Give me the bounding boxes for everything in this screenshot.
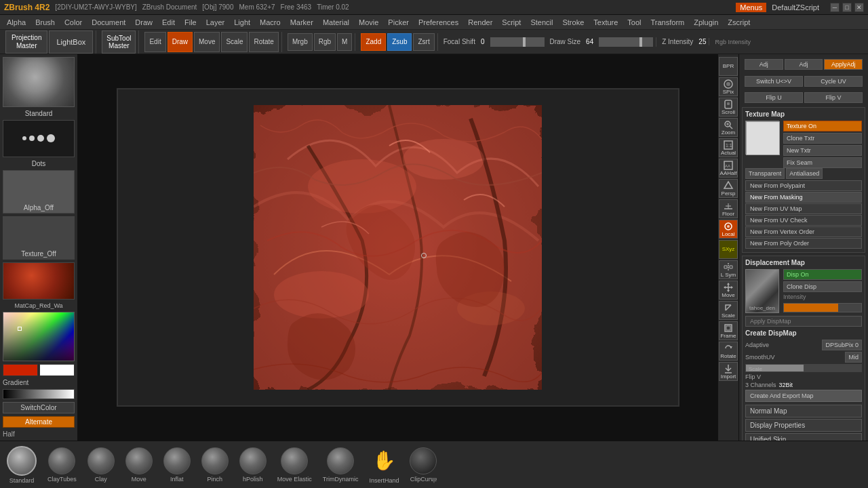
brush-clay[interactable]: Clay	[83, 446, 119, 484]
scale-rt-button[interactable]: Scale	[719, 301, 738, 320]
color-picker[interactable]	[3, 312, 75, 361]
close-button[interactable]: ✕	[854, 3, 864, 12]
subtool-master-button[interactable]: SubTool Master	[102, 30, 136, 54]
texture-on-button[interactable]: Texture On	[783, 121, 862, 131]
edit-button[interactable]: Edit	[144, 32, 165, 52]
zsub-button[interactable]: Zsub	[387, 33, 412, 51]
display-properties-button[interactable]: Display Properties	[745, 419, 862, 432]
canvas-inner[interactable]	[254, 105, 542, 390]
flip-v-button[interactable]: Flip V	[804, 92, 863, 103]
scroll-down-arrow[interactable]: ▼	[429, 474, 439, 485]
rotate-rt-button[interactable]: Rotate	[719, 342, 738, 361]
rgb-button[interactable]: Rgb	[314, 33, 336, 51]
local-button[interactable]: Local	[719, 220, 738, 239]
new-txtr-button[interactable]: New Txtr	[783, 145, 862, 156]
minimize-button[interactable]: ─	[830, 3, 840, 12]
zoom-button[interactable]: Zoom	[719, 118, 738, 137]
zsort-button[interactable]: Zsrt	[413, 33, 434, 51]
m-button[interactable]: M	[337, 33, 352, 51]
antialiased-button[interactable]: Antialiased	[786, 168, 823, 179]
mid-button[interactable]: Mid	[845, 352, 862, 363]
menu-marker[interactable]: Marker	[286, 17, 317, 28]
menu-preferences[interactable]: Preferences	[414, 17, 462, 28]
new-from-uv-check-button[interactable]: New From UV Check	[745, 215, 862, 226]
menu-texture[interactable]: Texture	[589, 17, 622, 28]
floor-button[interactable]: Floor	[719, 199, 738, 218]
canvas-area[interactable]	[78, 54, 717, 441]
spix-button[interactable]: SPix	[719, 77, 738, 96]
create-export-map-button[interactable]: Create And Export Map	[745, 390, 862, 402]
menu-zscript[interactable]: Zscript	[724, 17, 754, 28]
lsym-button[interactable]: L Sym	[719, 260, 738, 279]
clone-disp-button[interactable]: Clone Disp	[783, 281, 862, 292]
intensity-slider[interactable]	[783, 303, 862, 312]
unified-skin-button[interactable]: Unified Skin	[745, 433, 862, 441]
texture-preview[interactable]: Texture_Off	[3, 216, 75, 260]
clone-txtr-button[interactable]: Clone Txtr	[783, 133, 862, 144]
mrgb-button[interactable]: Mrgb	[288, 33, 313, 51]
alternate-button[interactable]: Alternate	[3, 416, 75, 428]
zadd-button[interactable]: Zadd	[361, 33, 386, 51]
menu-color[interactable]: Color	[60, 17, 86, 28]
draw-button[interactable]: Draw	[167, 32, 193, 52]
apply-disp-map-button[interactable]: Apply DispMap	[745, 316, 862, 327]
switchcolor-button[interactable]: SwitchColor	[3, 402, 75, 413]
menu-movie[interactable]: Movie	[355, 17, 382, 28]
texture-map-thumb[interactable]	[745, 121, 779, 155]
adj-button[interactable]: Adj	[745, 59, 783, 70]
sxyz-button[interactable]: SXyz	[719, 240, 738, 259]
projection-master-button[interactable]: Projection Master	[5, 30, 47, 54]
brush-standard[interactable]: Standard	[3, 445, 41, 485]
material-preview[interactable]	[3, 262, 75, 300]
menu-zplugin[interactable]: Zplugin	[690, 17, 722, 28]
actual-button[interactable]: 1:1 Actual	[719, 138, 738, 157]
transparent-button[interactable]: Transparent	[745, 168, 785, 179]
focal-shift-slider[interactable]	[490, 37, 545, 47]
import-rt-button[interactable]: Import	[719, 362, 738, 381]
brush-preview[interactable]	[3, 57, 75, 107]
menu-document[interactable]: Document	[87, 17, 130, 28]
apply-adj-button[interactable]: ApplyAdj	[824, 59, 863, 70]
normal-map-button[interactable]: Normal Map	[745, 405, 862, 418]
frame-button[interactable]: Frame	[719, 321, 738, 340]
menu-picker[interactable]: Picker	[384, 17, 413, 28]
brush-move[interactable]: Move	[121, 446, 157, 484]
menu-material[interactable]: Material	[319, 17, 353, 28]
menu-file[interactable]: File	[180, 17, 201, 28]
scroll-button[interactable]: Scroll	[719, 98, 738, 117]
cycle-uv-button[interactable]: Cycle UV	[804, 76, 863, 87]
gradient-bar[interactable]	[3, 389, 75, 399]
bpr-button[interactable]: BPR	[719, 57, 738, 76]
maximize-button[interactable]: □	[842, 3, 852, 12]
new-from-poly-order-button[interactable]: New From Poly Order	[745, 238, 862, 249]
disp-map-thumb[interactable]: tahoe_den	[745, 269, 779, 313]
adj2-button[interactable]: Adj	[785, 59, 823, 70]
brush-hpolish[interactable]: hPolish	[235, 446, 271, 484]
persp-button[interactable]: Persp	[719, 179, 738, 198]
new-from-masking-button[interactable]: New From Masking	[745, 192, 862, 203]
move-rt-button[interactable]: Move	[719, 281, 738, 300]
move-button[interactable]: Move	[194, 32, 220, 52]
menu-alpha[interactable]: Alpha	[3, 17, 30, 28]
new-from-polypaint-button[interactable]: New From Polypaint	[745, 180, 862, 191]
brush-inserthand[interactable]: ✋ InsertHand	[365, 445, 403, 485]
menu-layer[interactable]: Layer	[202, 17, 229, 28]
flip-u-button[interactable]: Flip U	[745, 92, 803, 103]
lightbox-button[interactable]: LightBox	[49, 30, 93, 54]
menu-transform[interactable]: Transform	[647, 17, 689, 28]
dpsubpix-button[interactable]: DPSubPix 0	[822, 340, 862, 350]
aahalf-button[interactable]: AA AAHalf	[719, 159, 738, 178]
menu-light[interactable]: Light	[230, 17, 254, 28]
brush-trimdynamic[interactable]: TrimDynamic	[319, 446, 363, 484]
menu-macro[interactable]: Macro	[256, 17, 285, 28]
scale-button[interactable]: Scale	[221, 32, 248, 52]
menu-render[interactable]: Render	[464, 17, 496, 28]
menu-draw[interactable]: Draw	[131, 17, 157, 28]
switch-uv-button[interactable]: Switch U<>V	[745, 76, 803, 87]
swatch-foreground[interactable]	[3, 364, 38, 376]
swatch-background[interactable]	[39, 364, 75, 376]
scale-slider[interactable]: Scale	[745, 364, 862, 372]
menu-stencil[interactable]: Stencil	[526, 17, 557, 28]
brush-claytubes[interactable]: ClayTubes	[43, 446, 81, 484]
menu-edit[interactable]: Edit	[158, 17, 179, 28]
